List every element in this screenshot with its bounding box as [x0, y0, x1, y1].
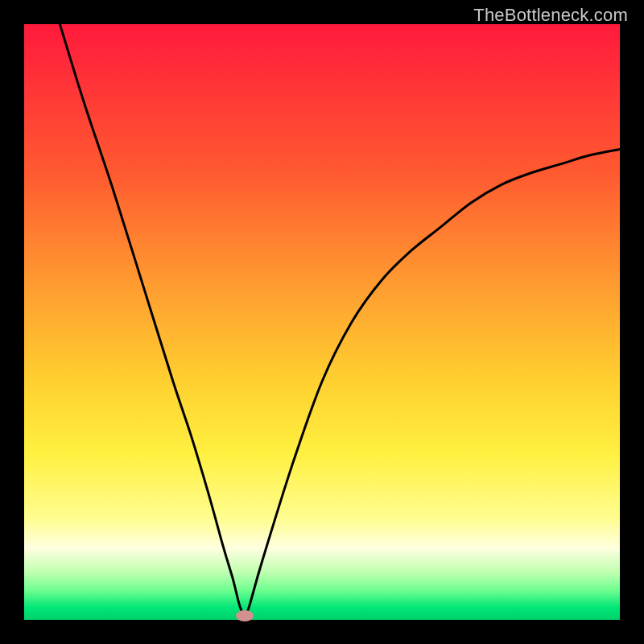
- optimal-point-marker: [236, 610, 254, 621]
- bottleneck-curve: [24, 24, 620, 620]
- watermark-label: TheBottleneck.com: [473, 5, 628, 26]
- chart-plot-area: [24, 24, 620, 620]
